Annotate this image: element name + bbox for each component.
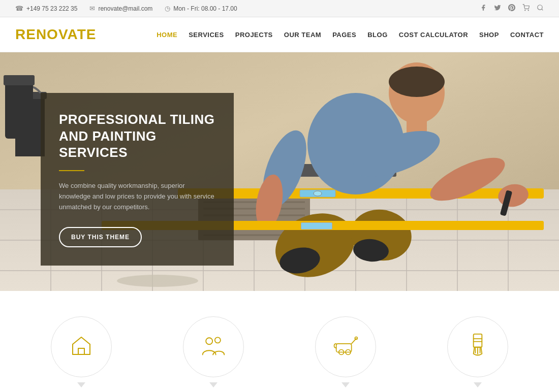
svg-point-52 xyxy=(206,338,212,344)
hero-bucket xyxy=(5,83,33,139)
svg-point-58 xyxy=(355,337,357,340)
svg-point-0 xyxy=(525,10,525,11)
features-section xyxy=(0,291,559,392)
svg-point-53 xyxy=(215,337,221,343)
business-hours: Mon - Fri: 08.00 - 17.00 xyxy=(173,5,237,12)
feature-paint-circle xyxy=(447,316,508,377)
feature-paint xyxy=(412,316,544,387)
feature-paint-pointer xyxy=(474,382,482,387)
nav-contact[interactable]: CONTACT xyxy=(510,31,544,39)
feature-home-pointer xyxy=(77,382,85,387)
clock-icon: ◷ xyxy=(165,5,170,12)
twitter-link[interactable] xyxy=(494,4,501,13)
hero-section: PROFESSIONAL TILING AND PAINTING SERVICE… xyxy=(0,52,559,291)
svg-point-1 xyxy=(528,10,529,11)
hero-description: We combine quality workmanship, superior… xyxy=(59,180,215,213)
phone-icon: ☎ xyxy=(15,5,23,12)
logo[interactable]: RENOVATE xyxy=(15,26,96,43)
email-item: ✉ renovate@mail.com xyxy=(89,5,152,12)
paint-icon xyxy=(465,333,490,361)
hero-title: PROFESSIONAL TILING AND PAINTING SERVICE… xyxy=(59,111,215,161)
feature-tools xyxy=(280,316,412,387)
phone-item: ☎ +149 75 23 222 35 xyxy=(15,5,77,12)
top-bar: ☎ +149 75 23 222 35 ✉ renovate@mail.com … xyxy=(0,0,559,17)
feature-team-pointer xyxy=(209,382,218,387)
home-icon xyxy=(69,333,94,361)
svg-line-3 xyxy=(542,9,543,11)
header: RENOVATE HOME SERVICES PROJECTS OUR TEAM… xyxy=(0,17,559,52)
svg-rect-59 xyxy=(474,334,482,347)
svg-point-28 xyxy=(314,191,322,196)
hero-divider xyxy=(59,170,84,171)
hours-item: ◷ Mon - Fri: 08.00 - 17.00 xyxy=(165,5,237,12)
feature-team-circle xyxy=(183,316,244,377)
top-bar-contact: ☎ +149 75 23 222 35 ✉ renovate@mail.com … xyxy=(15,5,237,12)
nav-blog[interactable]: BLOG xyxy=(367,31,388,39)
nav-pages[interactable]: PAGES xyxy=(332,31,356,39)
feature-home xyxy=(15,316,147,387)
feature-tools-circle xyxy=(315,316,376,377)
svg-point-50 xyxy=(117,275,198,287)
phone-number: +149 75 23 222 35 xyxy=(26,5,77,12)
cart-link[interactable] xyxy=(522,4,530,13)
nav-our-team[interactable]: OUR TEAM xyxy=(284,31,321,39)
search-link[interactable] xyxy=(537,4,544,13)
nav-home[interactable]: HOME xyxy=(157,31,177,39)
nav-services[interactable]: SERVICES xyxy=(189,31,224,39)
pinterest-link[interactable] xyxy=(508,4,515,13)
top-bar-social xyxy=(480,4,544,13)
hero-cta-button[interactable]: BUY THIS THEME xyxy=(59,227,142,247)
facebook-link[interactable] xyxy=(480,4,487,13)
hero-overlay: PROFESSIONAL TILING AND PAINTING SERVICE… xyxy=(41,93,234,266)
feature-team xyxy=(147,316,280,387)
svg-rect-51 xyxy=(78,348,84,354)
nav-projects[interactable]: PROJECTS xyxy=(235,31,273,39)
feature-tools-pointer xyxy=(341,382,350,387)
email-icon: ✉ xyxy=(89,5,95,12)
svg-point-2 xyxy=(538,5,542,10)
nav-cost-calculator[interactable]: COST CALCULATOR xyxy=(399,31,468,39)
svg-point-39 xyxy=(389,67,445,97)
main-nav: HOME SERVICES PROJECTS OUR TEAM PAGES BL… xyxy=(157,31,544,39)
feature-home-circle xyxy=(51,316,112,377)
email-address: renovate@mail.com xyxy=(98,5,152,12)
nav-shop[interactable]: SHOP xyxy=(479,31,499,39)
tools-icon xyxy=(333,333,358,361)
team-icon xyxy=(201,333,226,361)
